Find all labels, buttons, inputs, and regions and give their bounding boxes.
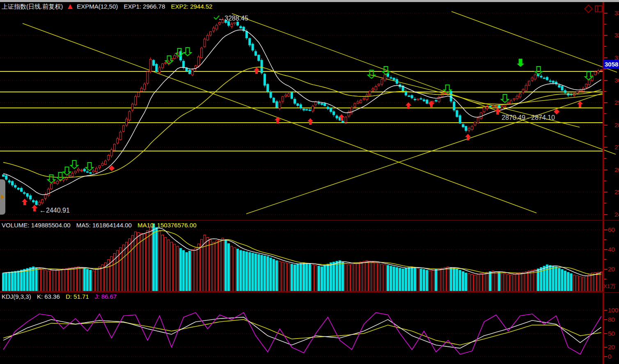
current-price-tag: 3058 <box>603 60 619 69</box>
kdj-axis-label: 50 <box>608 330 615 337</box>
kdj-chart[interactable] <box>0 293 619 364</box>
kdj-j-value: J: 86.67 <box>95 293 117 300</box>
main-price-chart[interactable]: ←3288.45←2440.912870.49 - 2874.10 <box>0 2 619 220</box>
volume-axis-label: 60 <box>608 226 615 233</box>
price-axis-label: 2400 <box>614 211 619 218</box>
expand-arrow-icon <box>1 195 4 199</box>
price-axis-label: 3000 <box>614 77 619 84</box>
price-axis-label: 2900 <box>614 99 619 106</box>
split-window-icon[interactable] <box>595 5 603 12</box>
volume-unit-label: X1万 <box>603 283 615 290</box>
kdj-axis-label: 0 <box>608 353 611 360</box>
volume-ma5-value: MA5: 161864144.00 <box>76 222 132 229</box>
price-axis-label: 3300 <box>614 9 619 16</box>
kdj-axis-label: 100 <box>608 307 618 314</box>
indicator-name: EXPMA(12,50) <box>77 3 118 10</box>
price-axis-label: 2800 <box>614 121 619 128</box>
tdx-chart-screen: { "chart_data": { "type": "candlestick",… <box>0 0 619 364</box>
volume-axis-label: 40 <box>608 246 615 253</box>
red-up-arrow-icon <box>68 4 73 9</box>
price-axis-label: 2600 <box>614 166 619 173</box>
svg-text:←2440.91: ←2440.91 <box>39 207 70 214</box>
kdj-header: KDJ(9,3,3) K: 63.36 D: 51.71 J: 86.67 <box>2 293 121 300</box>
price-axis-label: 3200 <box>614 32 619 39</box>
svg-text:2870.49 - 2874.10: 2870.49 - 2874.10 <box>502 114 555 121</box>
volume-axis-label: 20 <box>608 266 615 272</box>
sidebar-collapse-handle[interactable] <box>0 179 5 215</box>
volume-value: VOLUME: 149885504.00 <box>2 222 71 229</box>
exp2-value: EXP2: 2944.52 <box>171 3 212 10</box>
price-axis-label: 2700 <box>614 144 619 151</box>
svg-text:←3288.45: ←3288.45 <box>218 15 248 22</box>
split-window-icon-bar <box>597 6 598 11</box>
kdj-name: KDJ(9,3,3) <box>2 293 31 300</box>
kdj-axis-label: 20 <box>608 343 615 350</box>
price-axis-label: 2500 <box>614 188 619 195</box>
kdj-d-value: D: 51.71 <box>66 293 89 300</box>
volume-header: VOLUME: 149885504.00 MA5: 161864144.00 M… <box>2 222 201 229</box>
panel-separator <box>0 220 619 221</box>
kdj-axis-label: 80 <box>608 316 615 323</box>
symbol-title: 上证指数(日线.前复权) <box>2 3 63 10</box>
kdj-k-value: K: 63.36 <box>37 293 60 300</box>
main-chart-header: 上证指数(日线.前复权)EXPMA(12,50) EXP1: 2966.78 E… <box>2 3 216 11</box>
volume-ma10-value: MA10: 150376576.00 <box>138 222 196 229</box>
volume-chart[interactable] <box>0 221 619 292</box>
exp1-value: EXP1: 2966.78 <box>124 3 165 10</box>
